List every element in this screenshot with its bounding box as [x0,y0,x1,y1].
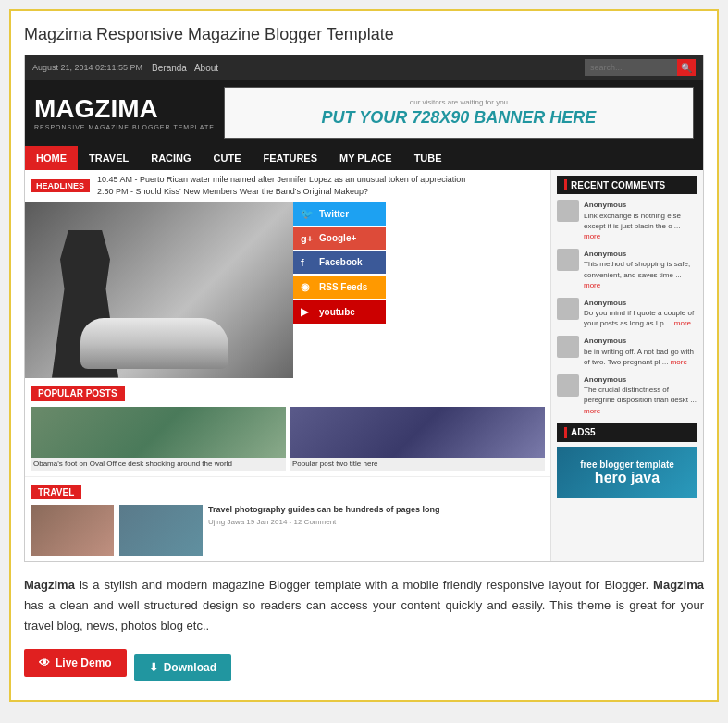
popular-grid: Obama's foot on Oval Office desk shockin… [31,407,545,471]
desc-intro-rest: is a stylish and modern magazine Blogger… [75,578,653,592]
recent-comments-label: RECENT COMMENTS [571,180,665,190]
travel-items: Travel photography guides can be hundred… [31,505,545,556]
twitter-label: Twitter [319,209,349,219]
ads5-image: free blogger template hero java [557,447,697,498]
rss-label: RSS Feeds [319,282,367,292]
about-link[interactable]: About [194,63,218,73]
travel-section: TRAVEL Travel photography guides can be … [25,476,550,561]
travel-thumb-2 [119,505,203,556]
travel-label: TRAVEL [31,485,81,499]
popular-posts-section: POPULAR POSTS Obama's foot on Oval Offic… [25,378,550,476]
timestamp: August 21, 2014 02:11:55 PM [32,63,142,72]
action-buttons: 👁 Live Demo www.heritagechristiancollege… [24,649,704,685]
popular-item-1: Obama's foot on Oval Office desk shockin… [31,407,286,471]
main-nav: HOME Travel Racing Cute FEATURES My Plac… [25,146,703,170]
popular-label: POPULAR POSTS [31,386,125,401]
desc-mid-bold: Magzima [653,578,704,592]
sidebar: RECENT COMMENTS Anonymous Link exchange … [550,170,703,561]
watermark-text: www.heritagechristiancollege.com [24,679,127,685]
browser-nav: Beranda About [152,63,218,73]
nav-cute[interactable]: Cute [203,146,253,170]
logo-block: MAGZIMA RESPONSIVE MAGAZINE BLOGGER TEMP… [34,96,215,130]
avatar-1 [557,200,579,222]
banner-ad: our visitors are waiting for you PUT YOU… [224,87,694,139]
template-card: Magzima Responsive Magazine Blogger Temp… [9,9,719,702]
comment-item-5: Anonymous The crucial distinctness of pe… [557,374,697,416]
red-bar-icon [564,179,567,190]
headline-item-1: 10:45 AM - Puerto Rican water mile named… [97,174,465,186]
googleplus-label: Google+ [319,233,356,243]
featured-image [25,202,293,378]
nav-home[interactable]: HOME [25,146,78,170]
card-title: Magzima Responsive Magazine Blogger Temp… [24,24,704,45]
browser-search: 🔍 [585,59,696,76]
comment-text-4: Anonymous be in writing off. A not bad g… [584,336,697,367]
avatar-2 [557,249,579,271]
site-logo: MAGZIMA [34,96,215,122]
search-button[interactable]: 🔍 [677,59,696,76]
youtube-button[interactable]: ▶ youtube [293,300,386,324]
browser-mockup: August 21, 2014 02:11:55 PM Beranda Abou… [24,55,704,562]
site-header: MAGZIMA RESPONSIVE MAGAZINE BLOGGER TEMP… [25,80,703,146]
comment-text-3: Anonymous Do you mind if I quote a coupl… [584,298,697,329]
browser-bar: August 21, 2014 02:11:55 PM Beranda Abou… [25,55,703,80]
headlines-text: 10:45 AM - Puerto Rican water mile named… [97,174,465,197]
ads-blogger-text: hero java [595,470,660,486]
desc-intro-bold: Magzima [24,578,75,592]
site-logo-sub: RESPONSIVE MAGAZINE BLOGGER TEMPLATE [34,124,215,130]
popular-item-img-2 [290,407,545,458]
facebook-button[interactable]: f Facebook [293,251,386,274]
popular-item-img-1 [31,407,286,458]
eye-icon: 👁 [39,656,50,669]
nav-tube[interactable]: Tube [403,146,453,170]
download-button[interactable]: ⬇ Download [134,654,231,681]
comments-list: Anonymous Link exchange is nothing else … [557,200,697,415]
googleplus-icon: g+ [301,233,314,244]
featured-area: 🐦 Twitter g+ Google+ f Facebook ◉ [25,202,550,378]
comment-text-5: Anonymous The crucial distinctness of pe… [584,374,697,416]
main-content: HEADLINES 10:45 AM - Puerto Rican water … [25,170,550,561]
beranda-link[interactable]: Beranda [152,63,187,73]
youtube-label: youtube [319,307,355,317]
facebook-icon: f [301,257,314,268]
headlines-bar: HEADLINES 10:45 AM - Puerto Rican water … [25,170,550,202]
desc-mid-rest: has a clean and well structured design s… [24,598,704,632]
download-label: Download [164,661,216,674]
popular-caption-2: Popular post two title here [290,458,545,471]
travel-thumb-1 [31,505,114,556]
ads-red-bar-icon [564,427,567,438]
nav-travel[interactable]: Travel [78,146,140,170]
download-icon: ⬇ [149,661,158,674]
travel-title: Travel photography guides can be hundred… [208,505,440,516]
popular-caption-1: Obama's foot on Oval Office desk shockin… [31,458,286,471]
comment-item-2: Anonymous This method of shopping is saf… [557,249,697,290]
social-buttons: 🐦 Twitter g+ Google+ f Facebook ◉ [293,202,386,325]
popular-item-2: Popular post two title here [290,407,545,471]
ads5-title: ADS5 [557,423,697,442]
comment-item-4: Anonymous be in writing off. A not bad g… [557,336,697,367]
search-input[interactable] [585,59,677,76]
headlines-label: HEADLINES [31,179,90,192]
ads-free-text: free blogger template [580,460,674,470]
nav-racing[interactable]: Racing [140,146,202,170]
comment-item-1: Anonymous Link exchange is nothing else … [557,200,697,241]
nav-myplace[interactable]: My Place [328,146,403,170]
comment-text-1: Anonymous Link exchange is nothing else … [584,200,697,241]
rss-button[interactable]: ◉ RSS Feeds [293,276,386,299]
youtube-icon: ▶ [301,306,314,318]
live-demo-button[interactable]: 👁 Live Demo [24,649,127,677]
recent-comments-title: RECENT COMMENTS [557,176,697,194]
travel-info: Travel photography guides can be hundred… [208,505,440,526]
banner-sub-text: our visitors are waiting for you [410,98,508,106]
headline-item-2: 2:50 PM - Should Kiss' New Members Wear … [97,186,465,198]
twitter-button[interactable]: 🐦 Twitter [293,202,386,226]
googleplus-button[interactable]: g+ Google+ [293,227,386,250]
travel-meta: Ujing Jawa 19 Jan 2014 - 12 Comment [208,518,440,526]
ads5-section: ADS5 free blogger template hero java [557,423,697,498]
ads5-label: ADS5 [571,427,596,437]
description: Magzima is a stylish and modern magazine… [24,575,704,636]
content-area: HEADLINES 10:45 AM - Puerto Rican water … [25,170,703,561]
live-demo-wrap: 👁 Live Demo www.heritagechristiancollege… [24,649,127,685]
avatar-5 [557,374,579,397]
nav-features[interactable]: FEATURES [253,146,328,170]
